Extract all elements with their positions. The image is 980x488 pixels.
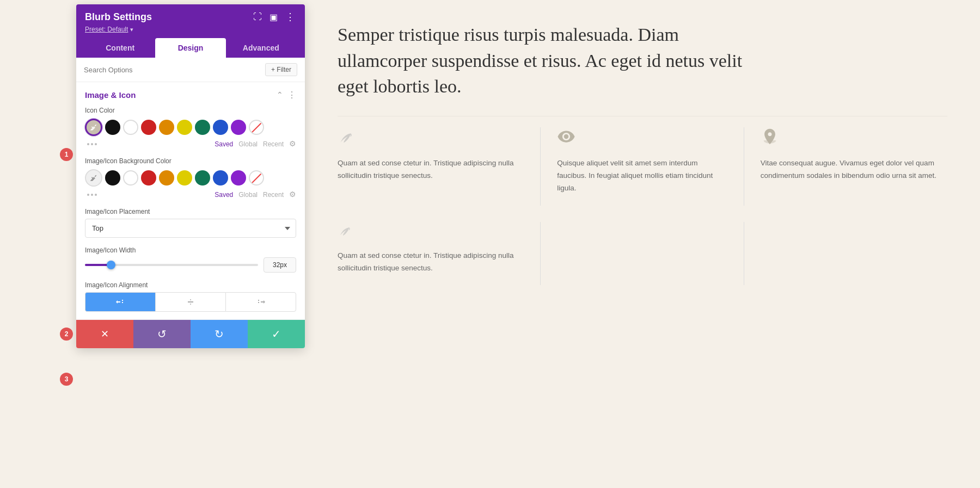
- icon-color-saved[interactable]: Saved: [215, 140, 233, 148]
- color-swatch-red[interactable]: [141, 120, 156, 135]
- icon-color-recent[interactable]: Recent: [263, 140, 284, 148]
- align-left-button[interactable]: [85, 292, 155, 312]
- color-swatch-blue[interactable]: [213, 120, 228, 135]
- tab-content[interactable]: Content: [85, 38, 155, 58]
- color-swatch-yellow[interactable]: [177, 120, 192, 135]
- blurb-icon-4: [338, 222, 524, 242]
- panel-title: Blurb Settings: [85, 11, 152, 23]
- blurb-icon-1: [338, 127, 524, 150]
- icon-color-label: Icon Color: [85, 107, 296, 114]
- blurb-row2: Quam at sed conse ctetur in. Tristique a…: [338, 222, 947, 286]
- collapse-icon[interactable]: ⌃: [277, 90, 283, 100]
- main-content: Semper tristique risus turpis malesuada.…: [305, 0, 980, 307]
- width-value-input[interactable]: [264, 257, 296, 273]
- slider-thumb[interactable]: [107, 261, 115, 269]
- blurb-grid: Quam at sed conse ctetur in. Tristique a…: [338, 116, 947, 206]
- step-indicator-1: 1: [60, 148, 73, 161]
- step-indicator-3: 3: [60, 373, 73, 386]
- filter-button[interactable]: + Filter: [265, 63, 297, 76]
- bg-swatch-yellow[interactable]: [177, 170, 192, 186]
- alignment-field: Image/Icon Alignment: [85, 281, 296, 312]
- bg-color-more-dots[interactable]: [85, 192, 99, 198]
- blurb-empty-2: [541, 222, 744, 286]
- align-center-button[interactable]: [155, 292, 225, 312]
- preset-arrow: ▾: [130, 26, 133, 33]
- color-swatch-black[interactable]: [105, 120, 120, 135]
- reset-button[interactable]: ↺: [133, 320, 191, 348]
- settings-panel: Blurb Settings ⛶ ▣ ⋮ Preset: Default ▾ C…: [76, 4, 305, 348]
- cancel-button[interactable]: ✕: [76, 320, 133, 348]
- blurb-item-1: Quam at sed conse ctetur in. Tristique a…: [338, 127, 541, 206]
- panel-header: Blurb Settings ⛶ ▣ ⋮ Preset: Default ▾ C…: [76, 4, 305, 58]
- blurb-empty-3: [744, 222, 947, 286]
- tab-design[interactable]: Design: [155, 38, 225, 58]
- blurb-text-4: Quam at sed conse ctetur in. Tristique a…: [338, 250, 524, 275]
- bg-color-saved[interactable]: Saved: [215, 191, 233, 199]
- bg-swatch-purple[interactable]: [231, 170, 246, 186]
- blurb-item-3: Vitae consequat augue. Vivamus eget dolo…: [744, 127, 947, 206]
- blurb-text-3: Vitae consequat augue. Vivamus eget dolo…: [761, 157, 947, 182]
- alignment-label: Image/Icon Alignment: [85, 281, 296, 289]
- bg-color-field: Image/Icon Background Color: [85, 157, 296, 199]
- placement-field: Image/Icon Placement Top Left Right Bott…: [85, 208, 296, 238]
- panel-footer: ✕ ↺ ↻ ✓: [76, 320, 305, 348]
- color-swatch-orange[interactable]: [159, 120, 174, 135]
- section-title-image-icon: Image & Icon: [85, 90, 136, 100]
- placement-label: Image/Icon Placement: [85, 208, 296, 215]
- expand-icon[interactable]: ⛶: [253, 12, 262, 22]
- color-swatch-white[interactable]: [123, 120, 138, 135]
- bg-swatch-green[interactable]: [195, 170, 210, 186]
- icon-color-field: Icon Color: [85, 107, 296, 149]
- panel-body: Image & Icon ⌃ ⋮ Icon Color: [76, 82, 305, 320]
- sidebar-icon[interactable]: ▣: [270, 12, 278, 22]
- width-field: Image/Icon Width: [85, 246, 296, 273]
- color-swatch-none[interactable]: [249, 120, 264, 135]
- svg-marker-7: [264, 300, 265, 304]
- preset-label[interactable]: Preset: Default: [85, 26, 128, 33]
- placement-select[interactable]: Top Left Right Bottom: [85, 219, 296, 238]
- tab-advanced[interactable]: Advanced: [226, 38, 296, 58]
- save-button[interactable]: ✓: [248, 320, 305, 348]
- blurb-icon-3: [761, 127, 947, 150]
- bg-color-global[interactable]: Global: [238, 191, 258, 199]
- blurb-icon-2: [557, 127, 727, 150]
- blurb-item-4: Quam at sed conse ctetur in. Tristique a…: [338, 222, 541, 286]
- search-bar: + Filter: [76, 58, 305, 82]
- color-swatch-purple[interactable]: [231, 120, 246, 135]
- blurb-text-1: Quam at sed conse ctetur in. Tristique a…: [338, 157, 524, 182]
- more-icon[interactable]: ⋮: [285, 11, 296, 23]
- bg-swatch-blue[interactable]: [213, 170, 228, 186]
- bg-swatch-orange[interactable]: [159, 170, 174, 186]
- icon-color-global[interactable]: Global: [238, 140, 258, 148]
- color-swatch-green[interactable]: [195, 120, 210, 135]
- svg-marker-1: [116, 300, 118, 304]
- search-input[interactable]: [84, 66, 265, 74]
- section-more-icon[interactable]: ⋮: [287, 90, 296, 100]
- bg-color-eyedropper[interactable]: [85, 169, 102, 187]
- bg-color-label: Image/Icon Background Color: [85, 157, 296, 165]
- blurb-item-2: Quisque aliquet velit sit amet sem inter…: [541, 127, 744, 206]
- step-indicator-2: 2: [60, 328, 73, 341]
- icon-color-settings[interactable]: ⚙: [289, 139, 296, 149]
- align-right-button[interactable]: [225, 292, 296, 312]
- main-heading: Semper tristique risus turpis malesuada.…: [338, 22, 751, 100]
- bg-color-settings[interactable]: ⚙: [289, 190, 296, 199]
- redo-button[interactable]: ↻: [191, 320, 248, 348]
- icon-color-eyedropper[interactable]: [85, 119, 102, 136]
- panel-tabs: Content Design Advanced: [85, 38, 296, 58]
- blurb-text-2: Quisque aliquet velit sit amet sem inter…: [557, 157, 727, 195]
- bg-swatch-white[interactable]: [123, 170, 138, 186]
- bg-swatch-red[interactable]: [141, 170, 156, 186]
- bg-color-recent[interactable]: Recent: [263, 191, 284, 199]
- image-icon-section: Image & Icon ⌃ ⋮ Icon Color: [76, 82, 305, 320]
- bg-swatch-black[interactable]: [105, 170, 120, 186]
- bg-swatch-none[interactable]: [249, 170, 264, 186]
- width-label: Image/Icon Width: [85, 246, 296, 254]
- color-more-dots[interactable]: [85, 141, 99, 147]
